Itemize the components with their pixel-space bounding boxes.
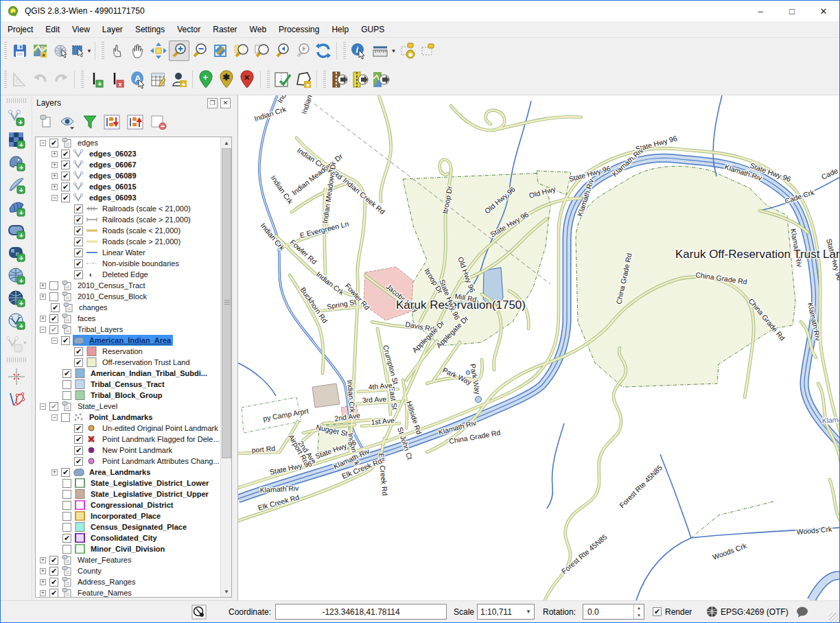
layer-row-roads-scale-21-000[interactable]: ✔Roads (scale > 21,000) [36, 236, 231, 247]
layer-row-american-indian-area[interactable]: −✔American_Indian_Area [36, 335, 231, 346]
pan-move-button[interactable] [148, 40, 169, 61]
expander-icon[interactable]: + [40, 557, 46, 563]
zoom-full-button[interactable] [210, 40, 231, 61]
expander-icon[interactable]: + [40, 294, 46, 300]
visibility-checkbox[interactable]: ✔ [49, 314, 58, 323]
layer-row-state-level[interactable]: −✔State_Level [36, 401, 231, 412]
layer-row-water-features[interactable]: +✔Water_Features [36, 554, 231, 565]
layer-row-tribal-census-tract[interactable]: Tribal_Census_Tract [36, 379, 231, 390]
save-button[interactable] [10, 40, 30, 61]
touch-tool-button[interactable] [107, 40, 128, 61]
visibility-checkbox[interactable]: ✔ [61, 172, 70, 180]
visibility-checkbox[interactable]: ✔ [61, 336, 70, 345]
scroll-up-button[interactable]: ▲ [221, 137, 232, 148]
layer-row-edges-06067[interactable]: +✔edges_06067 [36, 159, 231, 170]
menu-edit[interactable]: Edit [39, 23, 66, 36]
visibility-checkbox[interactable] [62, 501, 71, 510]
snapping-crosshair-button[interactable] [5, 365, 28, 388]
layer-row-consolidated-city[interactable]: ✔Consolidated_City [36, 532, 231, 543]
visibility-checkbox[interactable]: ✔ [74, 358, 83, 367]
visibility-checkbox[interactable]: ✔ [74, 347, 83, 356]
scroll-thumb[interactable] [222, 148, 231, 458]
menu-layer[interactable]: Layer [96, 23, 129, 36]
expander-icon[interactable]: − [51, 338, 58, 344]
layer-tree[interactable]: −✔edges+✔edges_06023+✔edges_06067+✔edges… [35, 137, 232, 598]
layer-row-edges-06015[interactable]: +✔edges_06015 [36, 181, 231, 192]
visibility-checkbox[interactable] [49, 292, 58, 301]
expander-icon[interactable]: + [40, 568, 46, 574]
remove-layer-icon[interactable] [150, 115, 167, 130]
visibility-checkbox[interactable] [49, 281, 58, 290]
add-mssql-layer-button[interactable]: + [5, 196, 28, 219]
expander-icon[interactable]: − [40, 327, 46, 333]
expander-icon[interactable]: + [51, 173, 58, 179]
resize-grip[interactable] [829, 613, 839, 622]
expander-icon[interactable]: − [51, 414, 58, 421]
layer-row-non-visible-boundaries[interactable]: ✔Non-visible boundaries [36, 258, 231, 269]
layer-row-area-landmarks[interactable]: +✔Area_Landmarks [36, 467, 231, 478]
add-raster-layer-button[interactable]: + [5, 128, 28, 151]
add-group-icon[interactable] [39, 115, 53, 130]
title-bar[interactable]: QGIS 2.8.3-Wien - 49901171750 – □ ✕ [1, 1, 839, 21]
add-vector-layer-button[interactable]: + [5, 106, 28, 128]
zoom-next-button[interactable] [292, 40, 313, 61]
layer-row-edges-06089[interactable]: +✔edges_06089 [36, 170, 231, 181]
select-region-dropdown[interactable]: ▼ [86, 48, 92, 54]
layer-row-state-legislative-district-lower[interactable]: State_Legislative_District_Lower [36, 478, 231, 489]
pan-button[interactable] [128, 40, 148, 61]
close-button[interactable]: ✕ [808, 1, 839, 21]
expander-icon[interactable]: + [40, 579, 46, 585]
menu-raster[interactable]: Raster [207, 23, 243, 36]
layer-row-incorporated-place[interactable]: Incorporated_Place [36, 510, 231, 521]
undo-button[interactable] [30, 69, 51, 90]
mouse-position-toggle-icon[interactable] [191, 604, 207, 620]
minimize-button[interactable]: – [745, 1, 776, 21]
render-checkbox[interactable]: ✔ Render [653, 604, 692, 620]
measure-dropdown[interactable]: ▼ [391, 48, 397, 54]
pin-delete-button[interactable]: ✕ [237, 69, 257, 90]
visibility-checkbox[interactable]: ✔ [61, 468, 70, 477]
add-oracle-layer-button[interactable]: + [5, 219, 28, 242]
layer-row-off-reservation-trust-land[interactable]: ✔Off-reservation Trust Land [36, 357, 231, 368]
collapse-all-icon[interactable] [127, 115, 143, 130]
layer-row-railroads-scale-21-000[interactable]: ✔Railroads (scale < 21,000) [36, 203, 231, 214]
zoom-out-button[interactable] [189, 40, 210, 61]
setsquare-button[interactable] [10, 69, 30, 90]
identify-button[interactable]: i [349, 40, 369, 61]
pin-asterisk-button[interactable]: ✱ [216, 69, 237, 90]
visibility-checkbox[interactable]: ✔ [74, 215, 83, 224]
add-wms-layer-button[interactable]: + [5, 264, 28, 287]
select-region-button[interactable]: ▼ [71, 40, 92, 61]
visibility-checkbox[interactable]: ✔ [61, 183, 70, 191]
maximize-button[interactable]: □ [776, 1, 808, 21]
add-wcs-layer-button[interactable]: + [5, 287, 28, 309]
delete-edge-button[interactable]: x [107, 69, 128, 90]
rotation-down-arrow[interactable]: ▼ [634, 612, 644, 620]
layer-row-changes[interactable]: ✔changes [36, 302, 231, 313]
visibility-checkbox[interactable]: ✔ [74, 204, 83, 213]
visibility-checkbox[interactable]: ✔ [74, 226, 83, 235]
expander-icon[interactable]: + [40, 283, 46, 289]
attribute-table-button[interactable] [148, 69, 169, 90]
expander-icon[interactable]: + [40, 590, 46, 596]
visibility-checkbox[interactable] [62, 545, 71, 554]
lock-button[interactable] [419, 40, 439, 61]
visibility-checkbox[interactable]: ✔ [74, 248, 83, 257]
layers-scrollbar[interactable]: ▲ ▼ [220, 137, 231, 597]
scale-combo[interactable]: 1:10,711▼ [477, 604, 535, 620]
layer-row-linear-water[interactable]: ✔Linear Water [36, 247, 231, 258]
visibility-checkbox[interactable]: ✔ [74, 237, 83, 246]
visibility-checkbox[interactable] [62, 479, 71, 488]
rotation-up-arrow[interactable]: ▲ [634, 604, 644, 612]
menu-settings[interactable]: Settings [129, 23, 171, 36]
visibility-checkbox[interactable]: ✔ [61, 161, 70, 169]
new-memory-layer-button[interactable] [5, 332, 28, 355]
visibility-checkbox[interactable]: ✔ [74, 457, 83, 466]
layer-row-census-designated-place[interactable]: Census_Designated_Place [36, 521, 231, 532]
layer-row-edges-06023[interactable]: +✔edges_06023 [36, 148, 231, 159]
add-wfs-layer-button[interactable]: + [5, 309, 28, 332]
layer-row-railroads-scale-21-000[interactable]: ✔Railroads (scale > 21,000) [36, 214, 231, 225]
add-edge-button[interactable]: + [86, 69, 107, 90]
visibility-checkbox[interactable]: ✔ [62, 369, 71, 378]
layer-row-address-ranges[interactable]: +✔Address_Ranges [36, 576, 231, 587]
